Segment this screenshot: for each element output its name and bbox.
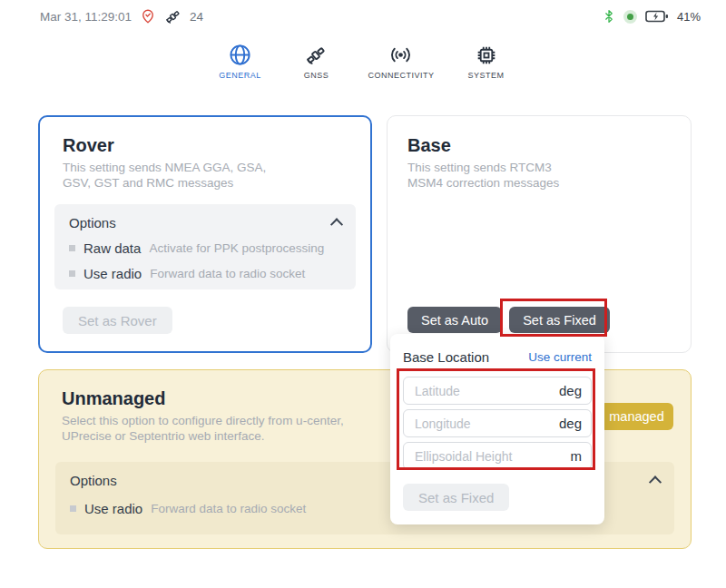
option-raw-data-label: Raw data — [83, 240, 141, 256]
status-bar: Mar 31, 11:29:01 24 — [40, 6, 701, 26]
option-bullet-icon — [69, 270, 75, 277]
longitude-input[interactable] — [413, 416, 554, 432]
rover-card-title: Rover — [63, 135, 370, 156]
base-location-title: Base Location — [403, 349, 489, 365]
tab-gnss[interactable]: GNSS — [291, 44, 340, 80]
option-raw-data-description: Activate for PPK postprocessing — [149, 241, 324, 255]
satellite-icon — [304, 44, 328, 67]
unmanaged-card-description: Select this option to configure directly… — [62, 413, 363, 445]
ellipsoidal-height-unit-label: m — [571, 448, 583, 464]
longitude-field[interactable]: deg — [403, 409, 592, 437]
tab-general-label: GENERAL — [219, 71, 261, 80]
longitude-unit-label: deg — [559, 416, 582, 431]
battery-percent: 41% — [677, 10, 701, 24]
latitude-input[interactable] — [413, 383, 554, 399]
option-bullet-icon — [69, 245, 75, 251]
set-as-rover-button[interactable]: Set as Rover — [63, 307, 172, 334]
tab-connectivity-label: CONNECTIVITY — [368, 71, 434, 80]
tab-connectivity[interactable]: CONNECTIVITY — [368, 43, 434, 80]
chevron-up-icon[interactable] — [649, 475, 662, 488]
status-bar-left: Mar 31, 11:29:01 24 — [40, 8, 203, 25]
popup-set-as-fixed-button[interactable]: Set as Fixed — [403, 484, 509, 511]
latitude-field[interactable]: deg — [403, 377, 592, 405]
set-as-auto-button[interactable]: Set as Auto — [407, 307, 502, 333]
base-card-title: Base — [407, 135, 691, 156]
tab-system[interactable]: SYSTEM — [462, 44, 511, 80]
signal-waves-icon — [388, 43, 413, 67]
main-nav: GENERAL GNSS — [0, 43, 726, 80]
status-bar-right: 41% — [603, 8, 701, 24]
tab-general[interactable]: GENERAL — [215, 43, 264, 80]
tab-system-label: SYSTEM — [467, 71, 504, 80]
satellite-count: 24 — [190, 10, 203, 24]
option-raw-data[interactable]: Raw data Activate for PPK postprocessing — [69, 240, 341, 256]
rover-options-title: Options — [69, 215, 116, 230]
unmanaged-options-title: Options — [70, 473, 117, 488]
base-card[interactable]: Base This setting sends RTCM3 MSM4 corre… — [387, 115, 692, 353]
rover-options-header[interactable]: Options — [69, 215, 341, 230]
base-buttons-row: Set as Auto Set as Fixed — [407, 307, 610, 333]
rover-options-panel: Options Raw data Activate for PPK postpr… — [54, 204, 356, 289]
battery-charging-icon — [645, 10, 669, 23]
ellipsoidal-height-input[interactable] — [413, 448, 565, 465]
option-bullet-icon — [70, 505, 76, 512]
app-screen: Mar 31, 11:29:01 24 — [0, 0, 726, 588]
bluetooth-icon — [603, 8, 615, 24]
chevron-up-icon[interactable] — [330, 218, 343, 230]
option-use-radio[interactable]: Use radio Forward data to radio socket — [69, 266, 341, 281]
base-location-popup-header: Base Location Use current — [403, 349, 592, 365]
location-pin-icon — [140, 8, 156, 24]
base-location-popup: Base Location Use current deg deg m Set … — [390, 334, 604, 524]
set-as-fixed-button[interactable]: Set as Fixed — [509, 307, 610, 333]
use-current-link[interactable]: Use current — [528, 350, 592, 364]
chip-icon — [475, 44, 498, 67]
ellipsoidal-height-field[interactable]: m — [403, 442, 592, 470]
rover-card-description: This setting sends NMEA GGA, GSA, GSV, G… — [63, 160, 279, 191]
set-as-unmanaged-button[interactable]: managed — [600, 403, 673, 430]
status-dot-icon — [623, 10, 637, 24]
globe-icon — [228, 43, 252, 67]
option-use-radio-label: Use radio — [83, 266, 142, 281]
datetime-label: Mar 31, 11:29:01 — [40, 10, 132, 24]
latitude-unit-label: deg — [559, 383, 582, 398]
option-use-radio-description: Forward data to radio socket — [150, 267, 305, 280]
option-use-radio-description: Forward data to radio socket — [151, 502, 306, 515]
tab-gnss-label: GNSS — [304, 71, 329, 80]
rover-card[interactable]: Rover This setting sends NMEA GGA, GSA, … — [38, 115, 372, 353]
base-card-description: This setting sends RTCM3 MSM4 correction… — [407, 160, 580, 191]
satellite-icon — [164, 8, 182, 25]
option-use-radio-label: Use radio — [84, 501, 142, 516]
